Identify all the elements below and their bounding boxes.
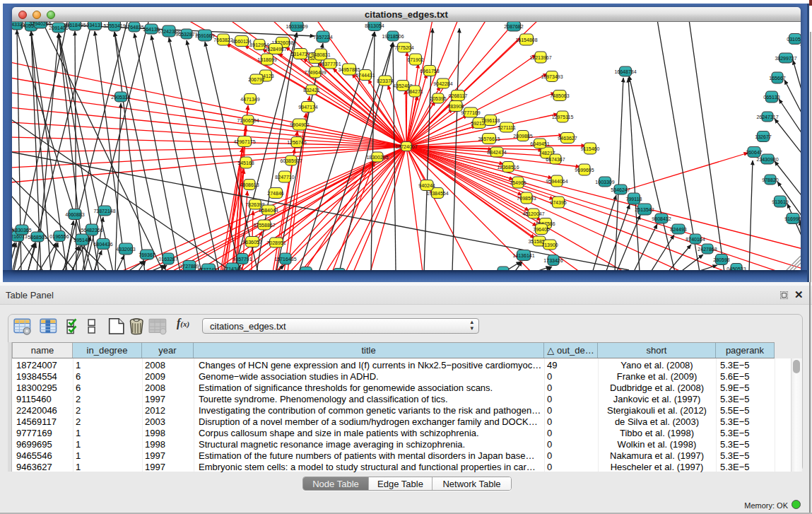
- svg-text:783908: 783908: [447, 104, 464, 109]
- svg-text:12975115: 12975115: [552, 115, 574, 119]
- svg-text:978820: 978820: [762, 177, 778, 182]
- svg-text:274846: 274846: [267, 191, 283, 196]
- svg-text:9806990: 9806990: [493, 270, 512, 271]
- svg-text:16154808: 16154808: [515, 37, 537, 42]
- svg-text:1733426: 1733426: [543, 258, 563, 263]
- svg-text:031051: 031051: [787, 37, 801, 42]
- svg-text:913619: 913619: [772, 199, 788, 204]
- svg-text:7028951: 7028951: [266, 240, 286, 245]
- svg-text:6049451: 6049451: [530, 141, 549, 146]
- svg-text:26247317: 26247317: [756, 115, 778, 119]
- svg-text:2764835: 2764835: [124, 25, 143, 30]
- svg-text:70546688: 70546688: [295, 270, 317, 271]
- svg-text:7896118: 7896118: [481, 118, 500, 123]
- svg-text:034131: 034131: [86, 23, 102, 28]
- svg-text:4808613: 4808613: [240, 182, 259, 187]
- svg-text:940244: 940244: [418, 183, 435, 188]
- svg-text:2691669: 2691669: [195, 33, 214, 38]
- svg-text:78377701: 78377701: [319, 62, 341, 66]
- svg-text:974395: 974395: [550, 200, 566, 205]
- svg-text:87277434: 87277434: [197, 267, 219, 271]
- svg-text:713900: 713900: [541, 243, 558, 247]
- svg-text:799118: 799118: [626, 197, 642, 201]
- svg-text:1318699: 1318699: [257, 57, 276, 62]
- svg-text:2427868: 2427868: [698, 247, 717, 252]
- svg-text:8247710: 8247710: [275, 175, 294, 180]
- svg-text:4060883: 4060883: [65, 212, 84, 217]
- svg-text:37940265: 37940265: [29, 22, 51, 26]
- svg-text:824493: 824493: [670, 227, 686, 232]
- svg-text:9115460: 9115460: [581, 146, 600, 151]
- svg-text:9947174: 9947174: [298, 105, 317, 110]
- svg-text:0163287: 0163287: [158, 257, 177, 262]
- svg-text:87558867: 87558867: [253, 223, 275, 228]
- svg-text:9699695: 9699695: [575, 168, 594, 173]
- svg-text:0196556: 0196556: [49, 234, 69, 239]
- svg-text:23430980: 23430980: [756, 157, 778, 162]
- svg-text:9904902: 9904902: [290, 122, 309, 127]
- svg-text:206797: 206797: [248, 77, 264, 82]
- svg-text:7775204: 7775204: [394, 45, 413, 50]
- svg-text:71906594: 71906594: [237, 118, 259, 123]
- svg-text:132677: 132677: [755, 134, 771, 139]
- svg-text:9777169: 9777169: [461, 110, 480, 115]
- svg-text:916998: 916998: [784, 216, 801, 221]
- svg-text:46120047: 46120047: [522, 211, 544, 216]
- svg-text:5744431: 5744431: [355, 73, 375, 78]
- svg-text:4714345: 4714345: [223, 267, 242, 271]
- svg-text:7485063: 7485063: [550, 93, 569, 98]
- svg-text:769367: 769367: [139, 252, 155, 257]
- svg-text:12368516: 12368516: [497, 165, 519, 170]
- svg-text:14136141: 14136141: [512, 253, 534, 258]
- svg-text:754965: 754965: [510, 180, 526, 185]
- svg-text:564139: 564139: [143, 27, 159, 32]
- svg-text:796405: 796405: [533, 227, 549, 232]
- svg-text:18724007: 18724007: [395, 144, 417, 149]
- svg-text:26284987: 26284987: [264, 47, 286, 52]
- svg-text:6961758: 6961758: [420, 69, 439, 74]
- svg-text:8813054: 8813054: [365, 23, 384, 28]
- svg-text:7098593: 7098593: [517, 196, 536, 201]
- svg-text:280598: 280598: [713, 257, 729, 262]
- svg-text:9636057: 9636057: [242, 240, 261, 245]
- svg-text:0268117: 0268117: [449, 93, 468, 98]
- svg-text:9042284: 9042284: [433, 81, 452, 86]
- svg-text:832421: 832421: [303, 88, 319, 93]
- svg-text:1003309: 1003309: [595, 180, 614, 185]
- svg-text:81618495: 81618495: [64, 23, 86, 28]
- svg-text:8740164: 8740164: [686, 237, 705, 242]
- svg-text:084271: 084271: [406, 89, 423, 94]
- svg-text:60385977: 60385977: [280, 158, 302, 163]
- svg-text:5868501: 5868501: [28, 235, 47, 240]
- svg-text:0450533: 0450533: [726, 267, 746, 271]
- svg-text:545168: 545168: [237, 160, 254, 165]
- svg-text:6584044: 6584044: [259, 208, 278, 213]
- svg-text:671902: 671902: [407, 57, 423, 62]
- svg-text:260647: 260647: [746, 150, 762, 155]
- svg-text:95944064: 95944064: [546, 179, 567, 184]
- svg-text:8842474: 8842474: [487, 150, 506, 155]
- svg-text:18300295: 18300295: [366, 155, 388, 160]
- svg-text:9857791: 9857791: [233, 257, 252, 262]
- svg-text:9808412: 9808412: [652, 216, 671, 221]
- svg-text:15716485: 15716485: [274, 257, 296, 262]
- svg-text:205395: 205395: [430, 96, 446, 101]
- svg-text:16033809: 16033809: [286, 24, 307, 29]
- svg-text:7663822: 7663822: [213, 37, 233, 42]
- svg-text:165667: 165667: [769, 76, 785, 81]
- svg-text:4332003: 4332003: [116, 247, 135, 252]
- svg-text:7826398: 7826398: [245, 202, 264, 207]
- svg-text:8660124: 8660124: [232, 39, 251, 44]
- svg-text:1727889: 1727889: [180, 264, 199, 269]
- svg-text:2087682: 2087682: [504, 24, 523, 29]
- svg-text:595148: 595148: [73, 238, 90, 243]
- svg-text:6804436: 6804436: [93, 242, 112, 247]
- svg-text:823374: 823374: [377, 78, 393, 83]
- svg-text:19218506: 19218506: [382, 34, 404, 39]
- svg-text:10973493: 10973493: [541, 74, 563, 79]
- svg-text:5346247: 5346247: [611, 187, 630, 192]
- svg-text:12213967: 12213967: [529, 55, 551, 60]
- svg-text:5271111: 5271111: [498, 125, 516, 130]
- svg-text:7357224: 7357224: [313, 35, 332, 40]
- svg-text:065133: 065133: [763, 95, 779, 100]
